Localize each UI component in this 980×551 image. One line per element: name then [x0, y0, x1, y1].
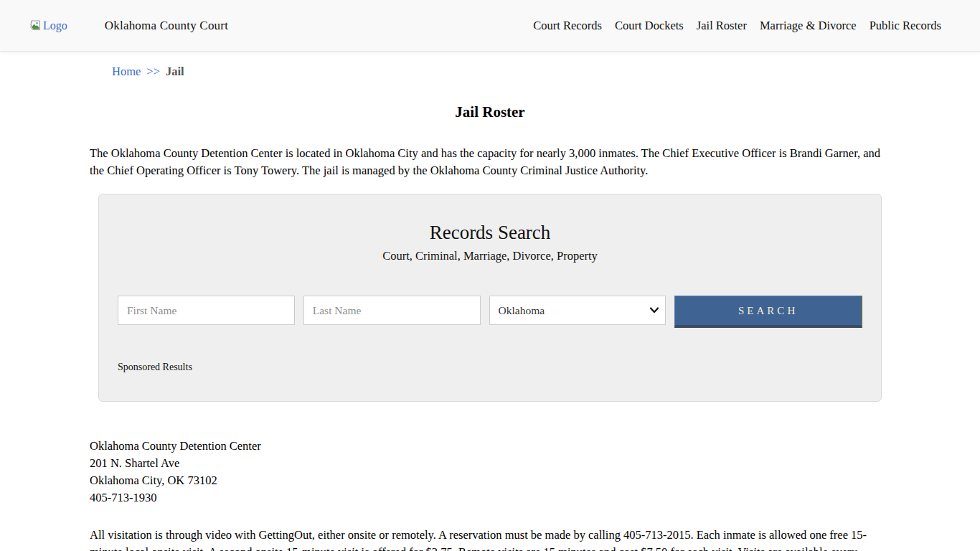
records-search-form: Oklahoma SEARCH	[118, 296, 862, 328]
sponsored-results-label: Sponsored Results	[118, 362, 862, 373]
logo-link[interactable]: Logo	[29, 19, 67, 32]
brand: Logo Oklahoma County Court	[29, 19, 228, 33]
last-name-field-wrap	[303, 296, 481, 325]
breadcrumb-separator: >>	[146, 65, 160, 78]
records-search-subtitle: Court, Criminal, Marriage, Divorce, Prop…	[118, 249, 862, 263]
facility-phone: 405-713-1930	[90, 489, 890, 507]
nav-public-records[interactable]: Public Records	[870, 19, 941, 33]
nav-jail-roster[interactable]: Jail Roster	[697, 19, 747, 33]
search-button[interactable]: SEARCH	[674, 296, 862, 328]
facility-city-state-zip: Oklahoma City, OK 73102	[90, 472, 890, 489]
records-search-panel: Records Search Court, Criminal, Marriage…	[98, 194, 882, 402]
breadcrumb-home-link[interactable]: Home	[112, 65, 141, 78]
facility-address-block: Oklahoma County Detention Center 201 N. …	[90, 438, 890, 507]
records-search-title: Records Search	[118, 222, 862, 244]
first-name-field-wrap	[118, 296, 295, 325]
nav-court-dockets[interactable]: Court Dockets	[615, 19, 684, 33]
last-name-input[interactable]	[303, 296, 481, 325]
state-select-wrap: Oklahoma	[489, 296, 666, 325]
breadcrumb-current: Jail	[166, 65, 184, 78]
nav-marriage-divorce[interactable]: Marriage & Divorce	[760, 19, 857, 33]
state-select[interactable]: Oklahoma	[489, 296, 666, 325]
nav-court-records[interactable]: Court Records	[533, 19, 602, 33]
main-content: Home>>Jail Jail Roster The Oklahoma Coun…	[90, 65, 890, 551]
site-title: Oklahoma County Court	[105, 19, 228, 33]
facility-street: 201 N. Shartel Ave	[90, 455, 890, 472]
broken-image-icon	[29, 20, 41, 31]
intro-paragraph: The Oklahoma County Detention Center is …	[90, 145, 890, 179]
facility-name: Oklahoma County Detention Center	[90, 438, 890, 455]
first-name-input[interactable]	[118, 296, 295, 325]
page-title: Jail Roster	[90, 103, 890, 121]
site-header: Logo Oklahoma County Court Court Records…	[0, 0, 980, 52]
logo-alt-text: Logo	[43, 19, 67, 32]
visitation-paragraph: All visitation is through video with Get…	[90, 527, 890, 551]
breadcrumb: Home>>Jail	[112, 65, 890, 79]
main-nav: Court Records Court Dockets Jail Roster …	[533, 19, 941, 33]
